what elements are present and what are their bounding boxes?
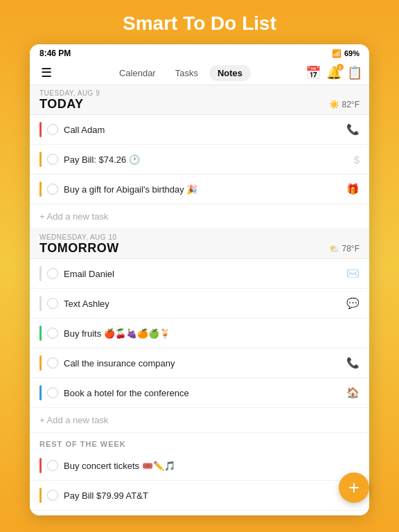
share-icon[interactable]: 📋 bbox=[347, 65, 362, 80]
task-item[interactable]: Pay Bill $79.99 AT&T bbox=[30, 481, 369, 511]
task-indicator bbox=[39, 181, 42, 197]
task-text: Buy concert tickets 🎟️✏️🎵 bbox=[64, 461, 360, 471]
task-text: Buy a gift for Abigail's birthday 🎉 bbox=[64, 184, 346, 195]
task-text: Text Ashley bbox=[64, 299, 346, 309]
task-item[interactable]: Email Daniel ✉️ bbox=[30, 259, 369, 289]
calendar-icon[interactable]: 📅 bbox=[305, 65, 321, 80]
gift-icon: 🎁 bbox=[346, 183, 360, 195]
week-section-header: REST OF THE WEEK bbox=[30, 433, 369, 451]
task-text: Pay Bill: $74.26 🕐 bbox=[64, 154, 354, 165]
tab-tasks[interactable]: Tasks bbox=[167, 65, 206, 81]
today-weather: ☀️ 82°F bbox=[329, 100, 360, 109]
task-item[interactable]: Buy fruits 🍎🍒🍇🍊🍏🍹 bbox=[30, 319, 369, 348]
add-task-tomorrow[interactable]: + Add a new task bbox=[30, 408, 369, 433]
chat-icon: 💬 bbox=[346, 297, 360, 310]
task-indicator bbox=[39, 488, 42, 503]
dollar-icon: $ bbox=[354, 154, 360, 166]
task-item[interactable]: Book a hotel for the conference 🏠 bbox=[30, 378, 369, 408]
task-circle[interactable] bbox=[47, 268, 58, 279]
email-icon: ✉️ bbox=[346, 267, 360, 280]
notification-icon[interactable]: 🔔 1 bbox=[326, 65, 342, 80]
task-text: Pay Bill $79.99 AT&T bbox=[64, 490, 360, 501]
app-title: Smart To Do List bbox=[0, 0, 399, 44]
fab-add-button[interactable]: + bbox=[339, 472, 369, 503]
task-circle[interactable] bbox=[47, 460, 58, 471]
status-time: 8:46 PM bbox=[39, 48, 71, 58]
today-date: TUESDAY, AUG 9 bbox=[39, 89, 360, 97]
hotel-icon: 🏠 bbox=[346, 387, 360, 399]
nav-tabs: Calendar Tasks Notes bbox=[111, 65, 251, 81]
task-text: Call the insurance company bbox=[64, 358, 346, 369]
status-icons: 📶 69% bbox=[332, 49, 360, 58]
task-item[interactable]: Barbecue with the Carroll family 🍔🥗 bbox=[30, 511, 369, 515]
task-circle[interactable] bbox=[47, 490, 58, 501]
task-indicator bbox=[39, 152, 42, 167]
nav-left: ☰ bbox=[37, 64, 56, 82]
tomorrow-date: WEDNESDAY, AUG 10 bbox=[39, 233, 360, 241]
task-text: Email Daniel bbox=[64, 269, 346, 279]
task-indicator bbox=[39, 296, 42, 311]
task-item[interactable]: Buy a gift for Abigail's birthday 🎉 🎁 bbox=[30, 175, 369, 204]
task-circle[interactable] bbox=[47, 328, 58, 339]
task-indicator bbox=[39, 385, 42, 400]
task-indicator bbox=[39, 458, 42, 473]
add-task-today[interactable]: + Add a new task bbox=[30, 204, 369, 229]
task-indicator bbox=[39, 355, 42, 371]
task-text: Book a hotel for the conference bbox=[64, 388, 346, 398]
task-circle[interactable] bbox=[47, 357, 58, 369]
fab-plus-icon: + bbox=[348, 477, 360, 499]
menu-button[interactable]: ☰ bbox=[37, 64, 56, 82]
task-text: Call Adam bbox=[64, 125, 346, 135]
tomorrow-title: TOMORROW bbox=[39, 241, 119, 256]
tomorrow-weather: ⛅ 78°F bbox=[329, 244, 360, 254]
today-section-header: TUESDAY, AUG 9 TODAY ☀️ 82°F bbox=[30, 85, 369, 115]
nav-bar: ☰ Calendar Tasks Notes 📅 🔔 1 📋 bbox=[30, 61, 369, 85]
content-area: TUESDAY, AUG 9 TODAY ☀️ 82°F Call Adam 📞 bbox=[30, 85, 369, 515]
task-indicator bbox=[39, 266, 42, 281]
battery-text: 69% bbox=[344, 49, 360, 57]
phone-icon: 📞 bbox=[346, 357, 360, 369]
task-circle[interactable] bbox=[47, 184, 58, 195]
task-item[interactable]: Pay Bill: $74.26 🕐 $ bbox=[30, 145, 369, 175]
task-circle[interactable] bbox=[47, 124, 58, 135]
tab-calendar[interactable]: Calendar bbox=[111, 65, 164, 81]
task-circle[interactable] bbox=[47, 387, 58, 398]
task-item[interactable]: Call Adam 📞 bbox=[30, 115, 369, 145]
task-circle[interactable] bbox=[47, 154, 58, 165]
status-bar: 8:46 PM 📶 69% bbox=[30, 44, 369, 61]
call-icon: 📞 bbox=[346, 123, 360, 136]
task-circle[interactable] bbox=[47, 298, 58, 309]
tomorrow-section-header: WEDNESDAY, AUG 10 TOMORROW ⛅ 78°F bbox=[30, 229, 369, 259]
today-title: TODAY bbox=[39, 97, 84, 112]
phone-frame: 8:46 PM 📶 69% ☰ Calendar Tasks Notes 📅 🔔… bbox=[30, 44, 369, 515]
week-label: REST OF THE WEEK bbox=[39, 440, 360, 448]
task-text: Buy fruits 🍎🍒🍇🍊🍏🍹 bbox=[64, 328, 360, 339]
task-item[interactable]: Call the insurance company 📞 bbox=[30, 348, 369, 378]
tab-notes[interactable]: Notes bbox=[209, 65, 251, 81]
task-item[interactable]: Buy concert tickets 🎟️✏️🎵 bbox=[30, 451, 369, 481]
wifi-icon: 📶 bbox=[332, 49, 342, 58]
task-indicator bbox=[39, 326, 42, 341]
task-indicator bbox=[39, 122, 42, 137]
task-item[interactable]: Text Ashley 💬 bbox=[30, 289, 369, 319]
nav-right: 📅 🔔 1 📋 bbox=[305, 65, 362, 80]
notification-badge: 1 bbox=[337, 64, 344, 71]
